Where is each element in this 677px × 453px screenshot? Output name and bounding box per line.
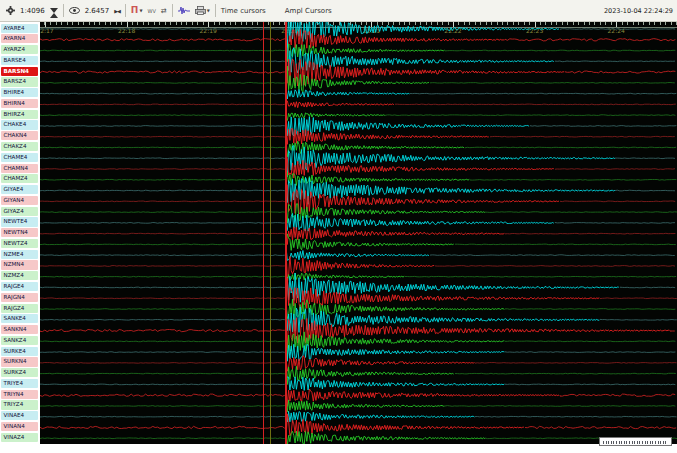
channel-label-nzmn4[interactable]: NZMN4 [1,260,38,269]
print-icon[interactable]: ▼ [195,6,210,15]
channel-label-rajgz4[interactable]: RAJGZ4 [1,304,38,313]
channel-label-sankn4[interactable]: SANKN4 [1,325,38,334]
status-box [599,437,672,446]
channel-label-ayare4[interactable]: AYARE4 [1,24,38,33]
trace-canvas [40,22,677,444]
amplitude-scale-value: 2.6457 [85,7,110,15]
channel-label-nzmz4[interactable]: NZMZ4 [1,271,38,280]
channel-label-ayarz4[interactable]: AYARZ4 [1,45,38,54]
channel-label-barse4[interactable]: BARSE4 [1,56,38,65]
channel-label-barsz4[interactable]: BARSZ4 [1,77,38,86]
toolbar-separator [125,4,126,17]
channel-label-giyae4[interactable]: GIYAE4 [1,185,38,194]
channel-label-vinae4[interactable]: VINAE4 [1,411,38,420]
print-dropdown-icon[interactable]: ▼ [207,8,210,13]
channel-label-vinan4[interactable]: VINAN4 [1,422,38,431]
pick-line[interactable] [270,22,271,444]
channel-label-chamn4[interactable]: CHAMN4 [1,164,38,173]
channel-label-surkn4[interactable]: SURKN4 [1,357,38,366]
channel-label-rajge4[interactable]: RAJGE4 [1,282,38,291]
channel-label-ayarn4[interactable]: AYARN4 [1,34,38,43]
status-box-text [603,441,668,444]
wv-mode-icon[interactable]: WV [147,8,155,14]
filter-dropdown-icon[interactable]: ▼ [139,8,142,13]
channel-label-sanke4[interactable]: SANKE4 [1,314,38,323]
toolbar-separator [63,4,64,17]
channel-label-bhirz4[interactable]: BHIRZ4 [1,110,38,119]
channel-label-triye4[interactable]: TRIYE4 [1,379,38,388]
channel-label-chakz4[interactable]: CHAKZ4 [1,142,38,151]
settings-icon[interactable] [6,6,15,15]
channel-labels: AYARE4AYARN4AYARZ4BARSE4BARSN4BARSZ4BHIR… [0,22,40,444]
channel-label-chake4[interactable]: CHAKE4 [1,120,38,129]
channel-label-triyz4[interactable]: TRIYZ4 [1,400,38,409]
channel-label-triyn4[interactable]: TRIYN4 [1,390,38,399]
seismic-viewer-window: 1:4096 2.6457 ▶◀ Π ▼ WV ⇄ ▼ Time cursors… [0,0,677,453]
channel-label-barsn4[interactable]: BARSN4 [1,67,38,76]
hourglass-icon[interactable] [50,8,58,13]
eye-icon[interactable] [69,7,80,14]
channel-label-surke4[interactable]: SURKE4 [1,347,38,356]
channel-label-rajgn4[interactable]: RAJGN4 [1,293,38,302]
toolbar-separator [215,4,216,17]
ampl-cursors-toggle[interactable]: Ampl Cursors [285,7,332,15]
filter-icon[interactable]: Π ▼ [131,6,143,15]
channel-label-sankz4[interactable]: SANKZ4 [1,336,38,345]
current-timestamp: 2023-10-04 22:24:29 [604,7,673,15]
channel-label-newtz4[interactable]: NEWTZ4 [1,239,38,248]
channel-label-giyan4[interactable]: GIYAN4 [1,196,38,205]
waveform-icon[interactable] [178,6,190,15]
channel-label-vinaz4[interactable]: VINAZ4 [1,433,38,442]
channel-label-newte4[interactable]: NEWTE4 [1,217,38,226]
channel-label-chamz4[interactable]: CHAMZ4 [1,174,38,183]
channel-label-bhirn4[interactable]: BHIRN4 [1,99,38,108]
time-cursor-line-2[interactable] [285,22,287,444]
swap-axes-icon[interactable]: ⇄ [161,7,167,15]
jump-to-event-icon[interactable]: ▶◀ [114,8,120,14]
vertical-scale-value: 1:4096 [20,7,45,15]
channel-label-nzme4[interactable]: NZME4 [1,250,38,259]
channel-label-newtn4[interactable]: NEWTN4 [1,228,38,237]
toolbar-separator [172,4,173,17]
toolbar: 1:4096 2.6457 ▶◀ Π ▼ WV ⇄ ▼ Time cursors… [0,0,677,22]
channel-label-chakn4[interactable]: CHAKN4 [1,131,38,140]
channel-label-surkz4[interactable]: SURKZ4 [1,368,38,377]
time-cursors-toggle[interactable]: Time cursors [221,7,266,15]
time-cursor-line-1[interactable] [263,22,264,444]
trace-plot[interactable]: 22:1722:1822:1922:2022:2122:2222:2322:24 [40,22,677,444]
channel-label-chame4[interactable]: CHAME4 [1,153,38,162]
channel-label-giyaz4[interactable]: GIYAZ4 [1,207,38,216]
channel-label-bhire4[interactable]: BHIRE4 [1,88,38,97]
